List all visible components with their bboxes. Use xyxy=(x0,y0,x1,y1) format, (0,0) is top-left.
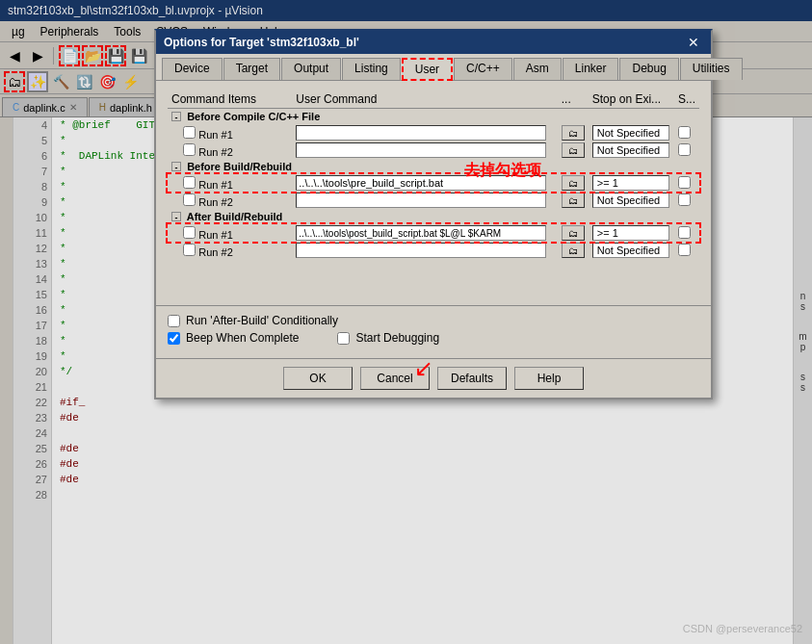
col-command-items: Command Items xyxy=(168,90,292,109)
dtab-debug[interactable]: Debug xyxy=(619,58,678,80)
before-build-run1-browse[interactable]: 🗂 xyxy=(562,175,585,191)
defaults-btn[interactable]: Defaults xyxy=(437,367,507,390)
checkbox-bottom-row: Beep When Complete Start Debugging xyxy=(168,331,699,348)
dialog-overlay: Options for Target 'stm32f103xb_bl' ✕ De… xyxy=(0,0,812,644)
section-after-build: - After Build/Rebuild xyxy=(168,209,699,224)
checkbox-row-beep: Beep When Complete xyxy=(168,331,299,345)
after-build-run2: Run #2 🗂 Not Specified xyxy=(168,242,699,259)
before-build-run2: Run #2 🗂 Not Specified xyxy=(168,192,699,209)
before-compile-run2-browse[interactable]: 🗂 xyxy=(562,142,585,158)
before-compile-run2: Run #2 🗂 Not Specified xyxy=(168,142,699,159)
dialog-title: Options for Target 'stm32f103xb_bl' xyxy=(164,36,359,49)
after-build-run1-cmd[interactable] xyxy=(296,225,546,241)
options-dialog: Options for Target 'stm32f103xb_bl' ✕ De… xyxy=(154,29,713,399)
after-build-run2-s[interactable] xyxy=(678,244,691,256)
dtab-output[interactable]: Output xyxy=(281,58,341,80)
beep-label: Beep When Complete xyxy=(186,331,299,345)
dialog-titlebar: Options for Target 'stm32f103xb_bl' ✕ xyxy=(156,31,711,54)
before-build-run1-stop[interactable]: >= 1 xyxy=(592,175,669,191)
after-build-run2-browse[interactable]: 🗂 xyxy=(562,243,585,258)
dtab-device[interactable]: Device xyxy=(162,58,223,80)
dialog-buttons: OK Cancel Defaults Help xyxy=(156,358,711,398)
before-build-run2-check[interactable] xyxy=(183,193,196,206)
dialog-tabs: Device Target Output Listing User C/C++ … xyxy=(156,54,711,81)
cancel-btn[interactable]: Cancel xyxy=(360,367,430,390)
before-build-run1-cmd[interactable] xyxy=(296,175,546,191)
before-compile-run2-s[interactable] xyxy=(678,143,691,156)
after-build-run1-s[interactable] xyxy=(678,226,691,239)
before-build-run1: Run #1 🗂 >= 1 xyxy=(168,174,699,192)
before-compile-run1: Run #1 🗂 Not Specified xyxy=(168,124,699,142)
dtab-listing[interactable]: Listing xyxy=(342,58,401,80)
dtab-user[interactable]: User xyxy=(402,58,453,81)
before-compile-run1-check[interactable] xyxy=(183,126,196,139)
collapse-before-build[interactable]: - xyxy=(171,162,181,171)
col-s: S... xyxy=(674,90,699,109)
collapse-after-build[interactable]: - xyxy=(171,212,181,221)
before-compile-run1-s[interactable] xyxy=(678,126,691,139)
dtab-utilities[interactable]: Utilities xyxy=(680,58,743,80)
after-build-run1-check[interactable] xyxy=(183,226,196,239)
after-build-run2-check[interactable] xyxy=(183,244,196,256)
before-compile-run1-browse[interactable]: 🗂 xyxy=(562,125,585,141)
dialog-close-btn[interactable]: ✕ xyxy=(684,35,703,50)
after-build-run2-stop[interactable]: Not Specified xyxy=(592,243,669,258)
dtab-target[interactable]: Target xyxy=(223,58,280,80)
before-build-run2-browse[interactable]: 🗂 xyxy=(562,193,585,208)
dtab-cc[interactable]: C/C++ xyxy=(454,58,512,80)
section-before-compile: - Before Compile C/C++ File xyxy=(168,109,699,125)
after-build-run1-browse[interactable]: 🗂 xyxy=(562,225,585,241)
before-build-run2-cmd[interactable] xyxy=(296,193,546,208)
collapse-before-compile[interactable]: - xyxy=(171,112,181,121)
debug-label: Start Debugging xyxy=(355,331,439,345)
before-compile-run1-cmd[interactable] xyxy=(296,125,546,141)
after-build-check[interactable] xyxy=(168,315,180,327)
dtab-asm[interactable]: Asm xyxy=(513,58,562,80)
before-build-run2-s[interactable] xyxy=(678,193,691,206)
before-compile-run2-check[interactable] xyxy=(183,143,196,156)
dialog-bottom: Run 'After-Build' Conditionally Beep Whe… xyxy=(156,305,711,358)
ok-btn[interactable]: OK xyxy=(283,367,353,390)
dtab-linker[interactable]: Linker xyxy=(563,58,619,80)
debug-check[interactable] xyxy=(337,332,350,345)
before-compile-run2-cmd[interactable] xyxy=(296,142,546,158)
before-build-run2-stop[interactable]: Not Specified xyxy=(592,193,669,208)
after-build-run2-cmd[interactable] xyxy=(296,243,546,258)
dialog-content: Command Items User Command ... Stop on E… xyxy=(156,81,711,276)
checkbox-row-debug: Start Debugging xyxy=(337,331,439,345)
beep-check[interactable] xyxy=(168,332,180,345)
after-build-label: Run 'After-Build' Conditionally xyxy=(186,314,338,327)
help-btn[interactable]: Help xyxy=(514,367,584,390)
command-table: Command Items User Command ... Stop on E… xyxy=(168,90,699,259)
col-stop-on-exit: Stop on Exi... xyxy=(589,90,674,109)
annotation-area: 去掉勾选项 xyxy=(156,276,711,305)
section-before-build: - Before Build/Rebuild xyxy=(168,159,699,174)
before-compile-run2-stop[interactable]: Not Specified xyxy=(592,142,669,158)
before-compile-run1-stop[interactable]: Not Specified xyxy=(592,125,669,141)
col-btn: ... xyxy=(558,90,589,109)
col-user-command: User Command xyxy=(292,90,557,109)
before-build-run1-check[interactable] xyxy=(183,176,196,189)
after-build-run1: Run #1 🗂 >= 1 xyxy=(168,224,699,242)
after-build-run1-stop[interactable]: >= 1 xyxy=(592,225,669,241)
before-build-run1-s[interactable] xyxy=(678,176,691,189)
checkbox-row-after-build: Run 'After-Build' Conditionally xyxy=(168,314,699,327)
